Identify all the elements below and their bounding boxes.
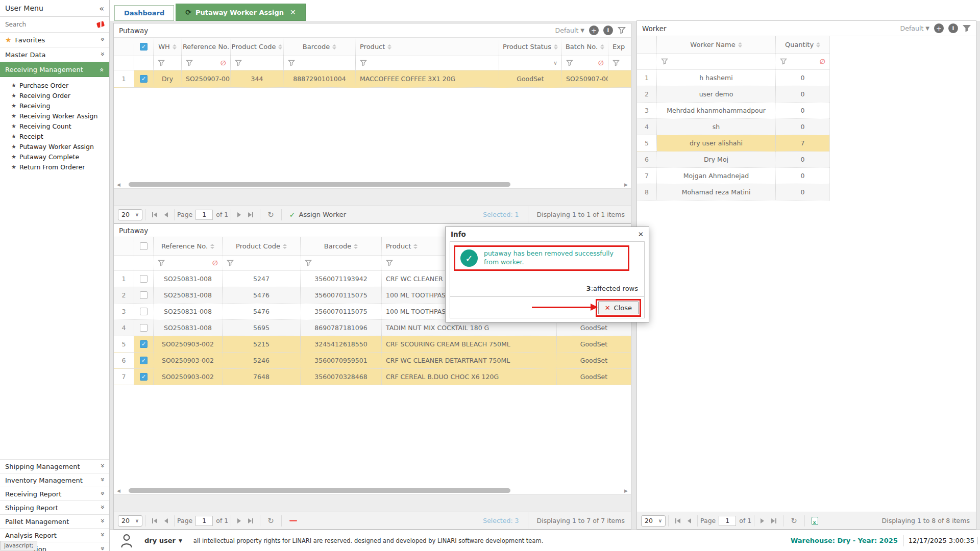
col-header-reference[interactable]: Reference No.	[154, 237, 223, 255]
sidebar-item-receiving-count[interactable]: ★Receiving Count	[0, 121, 109, 131]
remove-worker-button[interactable]	[289, 520, 297, 521]
row-checkbox[interactable]	[140, 291, 148, 299]
table-row[interactable]: 1 Dry SO250907-009 344 8887290101004 MAC…	[114, 70, 631, 88]
sidebar-section-shipping-report[interactable]: Shipping Report«	[0, 500, 109, 514]
sidebar-item-putaway-worker-assign[interactable]: ★Putaway Worker Assign	[0, 141, 109, 152]
scroll-left-icon[interactable]: ◀	[114, 488, 123, 493]
clear-filter-icon[interactable]: ∅	[220, 59, 226, 67]
close-button[interactable]: ✕ Close	[598, 302, 639, 314]
col-header-quantity[interactable]: Quantity	[776, 36, 830, 53]
refresh-button[interactable]: ↻	[263, 516, 279, 525]
collapse-sidebar-icon[interactable]: «	[99, 4, 104, 13]
sidebar-item-receiving-worker-assign[interactable]: ★Receiving Worker Assign	[0, 111, 109, 121]
user-menu-dropdown[interactable]: dry user ▼	[144, 537, 182, 544]
filter-icon[interactable]	[288, 60, 295, 66]
add-view-button[interactable]: +	[934, 23, 944, 33]
page-input[interactable]: 1	[195, 210, 213, 220]
tab-refresh-icon[interactable]: ⟳	[185, 8, 191, 16]
table-row[interactable]: 5 SO0250903-002 5215 3245412618550 CRF S…	[114, 336, 631, 353]
clear-filter-icon[interactable]: ∅	[212, 259, 218, 267]
worker-row[interactable]: 3 Mehrdad khanmohammadpour 0	[637, 103, 829, 119]
filter-icon[interactable]	[235, 60, 242, 66]
row-checkbox[interactable]	[140, 357, 148, 364]
sidebar-section-shipping-management[interactable]: Shipping Management«	[0, 459, 109, 473]
first-page-button[interactable]	[148, 212, 161, 217]
col-header-product-code[interactable]: Product Code	[231, 38, 284, 56]
filter-icon[interactable]	[386, 260, 393, 266]
last-page-button[interactable]	[768, 518, 780, 523]
row-checkbox[interactable]	[140, 340, 148, 348]
refresh-button[interactable]: ↻	[263, 210, 279, 219]
row-checkbox[interactable]	[140, 75, 148, 83]
last-page-button[interactable]	[244, 212, 257, 217]
prev-page-button[interactable]	[684, 518, 695, 523]
info-button[interactable]: i	[603, 26, 613, 35]
export-excel-icon[interactable]	[812, 517, 818, 525]
worker-row[interactable]: 8 Mohamad reza Matini 0	[637, 184, 829, 201]
sidebar-section-pallet-management[interactable]: Pallet Management«	[0, 514, 109, 528]
col-header-batch[interactable]: Batch No.	[562, 38, 608, 56]
worker-row[interactable]: 5 dry user alishahi 7	[637, 135, 829, 152]
filter-icon[interactable]	[227, 260, 234, 266]
table-row[interactable]: 6 SO0250903-002 5246 3560070959501 CRF W…	[114, 353, 631, 369]
last-page-button[interactable]	[244, 518, 257, 523]
next-page-button[interactable]	[757, 518, 768, 523]
assign-worker-button[interactable]: ✓Assign Worker	[284, 211, 351, 219]
first-page-button[interactable]	[671, 518, 684, 523]
scroll-left-icon[interactable]: ◀	[114, 182, 123, 187]
col-header-product-status[interactable]: Product Status	[499, 38, 562, 56]
col-header-product-code[interactable]: Product Code	[223, 237, 301, 255]
info-button[interactable]: i	[948, 23, 958, 33]
sidebar-item-receiving-order[interactable]: ★Receiving Order	[0, 90, 109, 101]
page-input[interactable]: 1	[719, 516, 736, 526]
search-input[interactable]	[5, 21, 97, 28]
col-header-product[interactable]: Product	[356, 38, 499, 56]
page-size-select[interactable]: 20∨	[641, 515, 666, 527]
clear-filter-icon[interactable]: ∅	[598, 59, 604, 67]
sidebar-item-purchase-order[interactable]: ★Purchase Order	[0, 80, 109, 90]
filter-icon[interactable]	[612, 60, 620, 66]
col-header-barcode[interactable]: Barcode	[284, 38, 356, 56]
filter-icon[interactable]	[158, 260, 165, 266]
select-all-checkbox[interactable]	[140, 43, 148, 51]
worker-row[interactable]: 4 sh 0	[637, 119, 829, 135]
sidebar-section-receiving-report[interactable]: Receiving Report«	[0, 487, 109, 500]
scroll-right-icon[interactable]: ▶	[622, 488, 630, 493]
filter-icon[interactable]	[566, 60, 573, 66]
col-header-exp[interactable]: Exp	[608, 38, 631, 56]
prev-page-button[interactable]	[161, 518, 172, 523]
scrollbar-thumb[interactable]	[129, 488, 510, 493]
row-checkbox[interactable]	[140, 308, 148, 315]
scrollbar-thumb[interactable]	[129, 182, 510, 187]
next-page-button[interactable]	[234, 212, 244, 217]
tab-putaway-worker-assign[interactable]: ⟳ Putaway Worker Assign ✕	[176, 4, 305, 21]
filter-icon[interactable]	[780, 58, 787, 65]
tab-dashboard[interactable]: Dashboard	[114, 5, 174, 21]
sidebar-section-favorites[interactable]: ★ Favorites «	[0, 33, 109, 47]
table-row[interactable]: 7 SO0250903-002 7648 3560070328468 CRF C…	[114, 369, 631, 385]
tab-close-icon[interactable]: ✕	[290, 8, 296, 16]
grid-filter-icon[interactable]	[963, 24, 971, 32]
horizontal-scrollbar[interactable]: ◀ ▶	[114, 181, 630, 188]
filter-icon[interactable]	[305, 260, 312, 266]
view-selector[interactable]: Default▼	[900, 24, 929, 32]
col-header-wh[interactable]: WH	[154, 38, 182, 56]
worker-row[interactable]: 7 Mojgan Ahmadnejad 0	[637, 168, 829, 184]
worker-row[interactable]: 2 user demo 0	[637, 86, 829, 103]
filter-icon[interactable]	[158, 60, 165, 66]
filter-dropdown-icon[interactable]: ∨	[553, 60, 557, 66]
page-size-select[interactable]: 20∨	[118, 209, 142, 220]
add-view-button[interactable]: +	[589, 26, 599, 35]
view-selector[interactable]: Default▼	[555, 27, 584, 34]
first-page-button[interactable]	[148, 518, 161, 523]
horizontal-scrollbar[interactable]: ◀ ▶	[114, 487, 630, 494]
sidebar-item-receipt[interactable]: ★Receipt	[0, 131, 109, 141]
page-size-select[interactable]: 20∨	[118, 515, 142, 527]
row-checkbox[interactable]	[140, 373, 148, 381]
dialog-close-icon[interactable]: ✕	[638, 230, 644, 238]
page-input[interactable]: 1	[195, 516, 213, 526]
sidebar-section-inventory-management[interactable]: Inventory Management«	[0, 473, 109, 487]
sidebar-item-putaway-complete[interactable]: ★Putaway Complete	[0, 152, 109, 162]
sidebar-section-master-data[interactable]: Master Data «	[0, 47, 109, 62]
scroll-right-icon[interactable]: ▶	[622, 182, 630, 187]
